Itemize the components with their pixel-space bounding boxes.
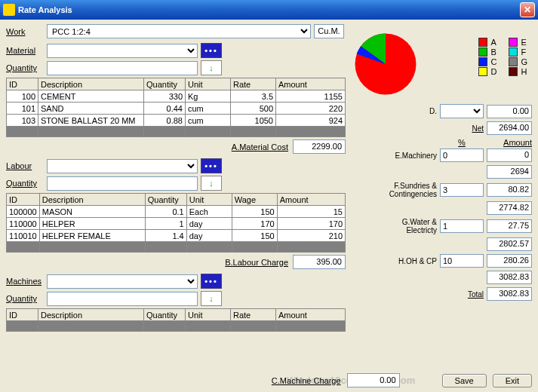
machine-cost-value: 0.00 xyxy=(347,373,400,387)
dots-icon: ••• xyxy=(204,161,218,170)
machines-label: Machines xyxy=(6,277,44,286)
dots-icon: ••• xyxy=(204,46,218,55)
machines-qty-input[interactable] xyxy=(47,292,198,306)
window-title: Rate Analysis xyxy=(18,5,520,14)
f-output: 80.82 xyxy=(487,183,532,197)
subtotal-4: 3082.83 xyxy=(487,271,532,284)
g-label: G.Water & Electricty xyxy=(383,218,437,234)
pct-header: % xyxy=(440,138,484,147)
machines-qty-label: Quantity xyxy=(6,294,44,303)
g-output: 27.75 xyxy=(487,219,532,233)
total-value: 3082.83 xyxy=(487,287,532,301)
h-input[interactable] xyxy=(440,254,484,268)
pie-chart xyxy=(352,30,420,98)
table-row[interactable]: 100000MASON0.1Each15015 xyxy=(7,206,346,218)
d-select[interactable] xyxy=(440,104,484,118)
material-label: Material xyxy=(6,46,44,55)
machines-table: ID Description Quantity Unit Rate Amount xyxy=(6,308,346,332)
arrow-down-icon: ↓ xyxy=(209,179,214,188)
subtotal-2: 2774.82 xyxy=(487,201,532,215)
labour-qty-label: Quantity xyxy=(6,179,44,188)
material-qty-label: Quantity xyxy=(6,63,44,72)
work-label: Work xyxy=(6,27,44,36)
legend: A B C D E F G H xyxy=(478,38,527,76)
titlebar: Rate Analysis ✕ xyxy=(0,0,538,20)
machines-browse-button[interactable]: ••• xyxy=(201,274,222,289)
labour-qty-input[interactable] xyxy=(47,176,198,191)
d-label: D. xyxy=(383,107,437,115)
work-select[interactable]: PCC 1:2:4 xyxy=(47,24,311,38)
labour-label: Labour xyxy=(6,161,44,170)
machines-add-button[interactable]: ↓ xyxy=(201,291,222,306)
table-header-row: ID Description Quantity Unit Rate Amount xyxy=(7,309,346,321)
table-header-row: ID Description Quantity Unit Wage Amount xyxy=(7,194,346,206)
labour-cost-value: 395.00 xyxy=(293,255,346,269)
e-input[interactable] xyxy=(440,149,484,162)
table-row[interactable]: 100CEMENT330Kg3.51155 xyxy=(7,90,346,103)
dots-icon: ••• xyxy=(204,277,218,286)
labour-add-button[interactable]: ↓ xyxy=(201,176,222,191)
h-output: 280.26 xyxy=(487,254,532,268)
f-input[interactable] xyxy=(440,183,484,197)
amount-header: Amount xyxy=(487,138,532,147)
net-value: 2694.00 xyxy=(487,121,532,135)
machine-cost-label: C.Machine Charge xyxy=(272,376,341,385)
table-header-row: ID Description Quantity Unit Rate Amount xyxy=(7,78,346,90)
material-browse-button[interactable]: ••• xyxy=(201,43,222,58)
material-select[interactable] xyxy=(47,44,198,58)
material-qty-input[interactable] xyxy=(47,61,198,75)
arrow-down-icon: ↓ xyxy=(209,63,214,72)
work-unit: Cu.M. xyxy=(314,24,344,38)
g-input[interactable] xyxy=(440,219,484,233)
material-table: ID Description Quantity Unit Rate Amount… xyxy=(6,78,346,137)
machines-select[interactable] xyxy=(47,274,198,289)
subtotal-3: 2802.57 xyxy=(487,237,532,251)
arrow-down-icon: ↓ xyxy=(209,294,214,303)
material-add-button[interactable]: ↓ xyxy=(201,60,222,75)
material-cost-value: 2299.00 xyxy=(293,139,346,154)
subtotal-1: 2694 xyxy=(487,165,532,179)
save-button[interactable]: Save xyxy=(442,374,487,387)
empty-row xyxy=(7,242,346,253)
total-label: Total xyxy=(429,290,484,299)
table-row[interactable]: 101SAND0.44cum500220 xyxy=(7,103,346,115)
table-row[interactable]: 103STONE BALLAST 20 MM0.88cum1050924 xyxy=(7,115,346,127)
e-label: E.Machinery xyxy=(383,152,437,160)
h-label: H.OH & CP xyxy=(383,257,437,265)
d-value: 0.00 xyxy=(487,105,532,118)
labour-table: ID Description Quantity Unit Wage Amount… xyxy=(6,193,346,253)
empty-row xyxy=(7,127,346,137)
material-cost-label: A.Material Cost xyxy=(232,142,288,152)
table-row[interactable]: 110000HELPER1day170170 xyxy=(7,218,346,230)
table-row[interactable]: 110010HELPER FEMALE1.4day150210 xyxy=(7,230,346,242)
exit-button[interactable]: Exit xyxy=(493,374,532,387)
e-output: 0 xyxy=(487,149,532,162)
empty-row xyxy=(7,321,346,332)
close-icon[interactable]: ✕ xyxy=(520,2,535,17)
f-label: F.Sundries & Contingencies xyxy=(383,182,437,198)
net-label: Net xyxy=(429,124,484,133)
labour-browse-button[interactable]: ••• xyxy=(201,158,222,173)
app-icon xyxy=(3,4,15,16)
labour-cost-label: B.Labour Charge xyxy=(225,258,288,267)
labour-select[interactable] xyxy=(47,159,198,173)
